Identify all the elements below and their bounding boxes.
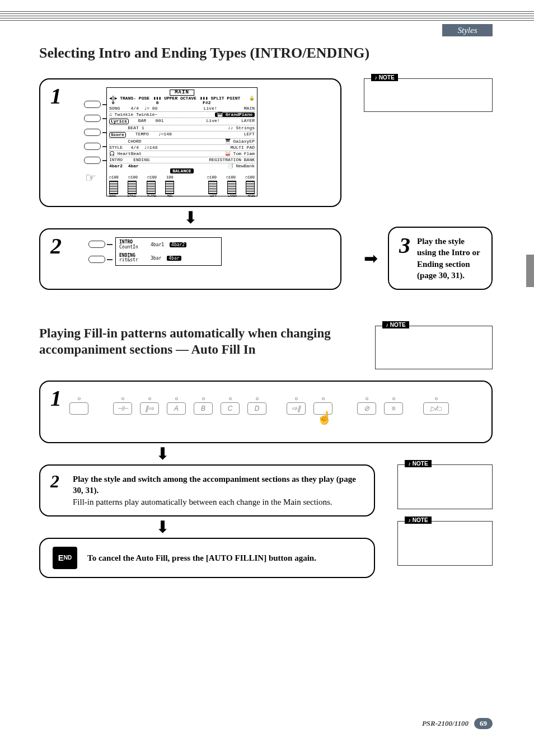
step1-box: 1 ☞ MAIN ◀‖▶ TRANS — [39, 78, 341, 207]
autofill-step1-box: 1 ⊣⊢ ‖⇨ A B C D ⇨‖ ☝ ⊘ ≡ ▷/□ — [39, 381, 493, 443]
end-icon: END — [53, 547, 77, 569]
pointing-hand-icon: ☞ — [85, 171, 101, 185]
note-box-2: NOTE — [375, 326, 493, 369]
panel-button[interactable]: ⇨‖ — [287, 402, 306, 415]
side-button[interactable] — [84, 157, 101, 164]
side-button[interactable] — [84, 101, 101, 108]
side-button[interactable] — [88, 241, 105, 248]
intro-ending-screen: INTROCountIn 4bar1 4bar2 ENDINGrit&str 3… — [115, 237, 222, 266]
panel-button-C[interactable]: C — [221, 402, 240, 415]
panel-button-D[interactable]: D — [247, 402, 266, 415]
step3-box: 3 Play the style using the Intro or Endi… — [388, 227, 493, 290]
panel-button[interactable]: ≡ — [384, 402, 403, 415]
down-arrow-icon: ⬇ — [39, 445, 285, 462]
section2-heading: Playing Fill-in patterns automatically w… — [39, 326, 353, 358]
step3-text: Play the style using the Intro or Ending… — [417, 236, 481, 281]
autofill-step2-number: 2 — [50, 472, 59, 490]
autofill-step1-number: 1 — [50, 387, 62, 410]
panel-button-A[interactable]: A — [167, 402, 186, 415]
main-lcd-screen: MAIN ◀‖▶ TRANS- POSE 0 ▮▮▮ UPPER OCTAVE … — [106, 87, 257, 196]
panel-button[interactable]: ⊘ — [357, 402, 376, 415]
page-footer: PSR-2100/1100 69 — [422, 718, 493, 729]
intro-selected: 4bar2 — [170, 242, 186, 247]
step1-number: 1 — [50, 85, 62, 107]
panel-button[interactable] — [69, 402, 88, 415]
note-box-3: NOTE — [397, 464, 493, 509]
panel-button[interactable]: ‖⇨ — [140, 402, 159, 415]
note-label-icon: NOTE — [405, 460, 432, 467]
right-arrow-icon: ➡ — [364, 250, 378, 267]
note-box-4: NOTE — [397, 521, 493, 566]
chapter-tab: Styles — [442, 24, 493, 36]
section-thumb-tab — [526, 255, 534, 287]
autofill-step2-box: 2 Play the style and switch among the ac… — [39, 464, 375, 516]
autofill-step2-text: Play the style and switch among the acco… — [73, 473, 362, 508]
side-button[interactable] — [84, 115, 101, 122]
note-label-icon: NOTE — [382, 321, 409, 328]
footer-model: PSR-2100/1100 — [422, 719, 469, 728]
note-label-icon: NOTE — [371, 74, 398, 81]
step3-number: 3 — [399, 234, 410, 257]
section1-heading: Selecting Intro and Ending Types (INTRO/… — [39, 45, 493, 62]
side-button[interactable] — [84, 143, 101, 150]
down-arrow-icon: ⬇ — [39, 519, 285, 536]
panel-button-B[interactable]: B — [194, 402, 213, 415]
down-arrow-icon: ⬇ — [106, 209, 274, 226]
panel-side-buttons: ☞ — [84, 101, 101, 185]
side-button[interactable] — [88, 256, 105, 263]
side-button[interactable] — [84, 129, 101, 136]
end-box: END To cancel the Auto Fill, press the [… — [39, 538, 375, 578]
panel-start-stop-button[interactable]: ▷/□ — [423, 402, 449, 415]
lcd-title: MAIN — [170, 90, 194, 96]
step2-box: 2 INTROCountIn 4bar1 4bar2 ENDINGrit& — [39, 228, 341, 290]
note-box-1: NOTE — [364, 78, 493, 112]
end-text: To cancel the Auto Fill, press the [AUTO… — [87, 552, 316, 564]
voice-main: 🎹 GrandPiano — [215, 112, 255, 117]
ending-selected: 4bar — [167, 256, 181, 261]
note-label-icon: NOTE — [405, 516, 432, 524]
panel-button[interactable]: ⊣⊢ — [113, 402, 132, 415]
pointing-hand-icon: ☝ — [317, 411, 332, 425]
step2-number: 2 — [50, 235, 62, 257]
footer-page-number: 69 — [474, 718, 493, 729]
